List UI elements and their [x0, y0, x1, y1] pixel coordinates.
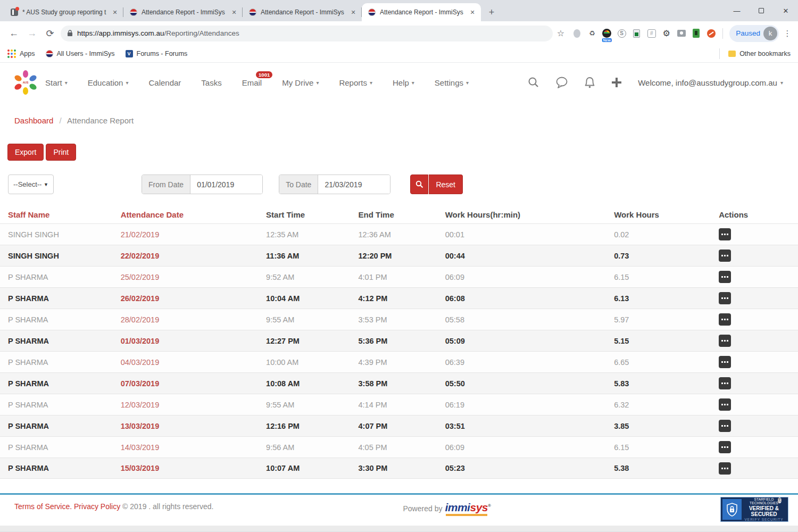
row-actions-button[interactable] [719, 271, 731, 283]
attendance-date-link[interactable]: 21/02/2019 [121, 230, 160, 239]
attendance-date-link[interactable]: 25/02/2019 [121, 273, 160, 281]
sync-paused-button[interactable]: Paused k [729, 25, 779, 42]
row-actions-button[interactable] [719, 398, 731, 411]
restore-button[interactable] [749, 0, 774, 21]
attendance-date-link[interactable]: 15/03/2019 [121, 464, 160, 472]
profile-avatar[interactable]: k [763, 27, 777, 40]
bookmark-star-icon[interactable]: ☆ [557, 28, 564, 38]
docpage-extension-icon[interactable] [631, 28, 642, 38]
attendance-date-link[interactable]: 26/02/2019 [121, 294, 160, 303]
gauge-extension-icon[interactable]: New [602, 28, 612, 38]
menu-item-help[interactable]: Help▾ [393, 78, 414, 87]
menu-item-my-drive[interactable]: My Drive▾ [282, 78, 319, 87]
attendance-date-link[interactable]: 01/03/2019 [121, 337, 160, 345]
menu-item-tasks[interactable]: Tasks [201, 78, 221, 87]
address-bar[interactable]: https://app.immisys.com.au/Reporting/Att… [61, 26, 553, 41]
cell: 6.15 [614, 443, 719, 452]
row-actions-button[interactable] [719, 228, 731, 240]
new-tab-button[interactable]: + [484, 5, 499, 20]
search-filter-button[interactable] [410, 174, 428, 194]
print-button[interactable]: Print [46, 144, 76, 161]
menu-item-email[interactable]: Email1001 [242, 78, 262, 87]
row-actions-button[interactable] [719, 313, 731, 326]
work-hours-cell: 6.32 [614, 401, 629, 409]
cell: 07/03/2019 [121, 379, 266, 388]
bookmark-apps[interactable]: Apps [7, 49, 35, 58]
cell: P SHARMA [8, 464, 121, 472]
row-actions-button[interactable] [719, 292, 731, 304]
egg-extension-icon[interactable] [572, 28, 582, 38]
tab-close-icon[interactable]: ✕ [349, 8, 358, 16]
immisys-logo[interactable]: immisys® [445, 501, 491, 516]
menu-item-calendar[interactable]: Calendar [148, 78, 181, 87]
menu-item-education[interactable]: Education▾ [88, 78, 129, 87]
row-actions-button[interactable] [719, 441, 731, 453]
browser-tab[interactable]: Attendance Report - ImmiSys✕ [362, 3, 481, 21]
bookmark-all-users[interactable]: All Users - ImmiSys [46, 50, 115, 57]
aus-study-group-logo[interactable]: AUS [13, 70, 38, 95]
verified-secured-seal[interactable]: STARFIELD TECHNOLOGIES VERIFIED & SECURE… [720, 497, 788, 522]
row-actions-button[interactable] [719, 250, 731, 262]
chrome-menu-icon[interactable]: ⋮ [782, 29, 793, 38]
add-plus-icon[interactable] [611, 77, 622, 88]
menu-item-reports[interactable]: Reports▾ [339, 78, 372, 87]
search-icon[interactable] [528, 77, 539, 88]
browser-tab[interactable]: * AUS Study group reporting tha✕ [4, 3, 123, 21]
browser-tab[interactable]: Attendance Report - ImmiSys✕ [123, 3, 243, 21]
minimize-button[interactable]: — [725, 0, 749, 21]
bookmark-forums[interactable]: V Forums - Forums [126, 50, 188, 57]
row-actions-button[interactable] [719, 335, 731, 347]
menu-item-settings[interactable]: Settings▾ [435, 78, 469, 87]
from-date-input[interactable] [190, 175, 262, 194]
tab-close-icon[interactable]: ✕ [111, 8, 119, 16]
to-date-input[interactable] [318, 175, 390, 194]
breadcrumb-dashboard-link[interactable]: Dashboard [14, 116, 53, 125]
export-button[interactable]: Export [7, 144, 44, 161]
skype-extension-icon[interactable]: S [617, 28, 627, 38]
work-hours-cell: 6.15 [614, 443, 629, 452]
cell: P SHARMA [8, 273, 121, 281]
chat-icon[interactable] [555, 77, 568, 88]
row-actions-button[interactable] [719, 377, 731, 389]
attendance-date-link[interactable]: 13/03/2019 [121, 422, 160, 430]
cam-extension-icon[interactable] [676, 28, 686, 38]
menu-item-start[interactable]: Start▾ [45, 78, 68, 87]
grid-extension-icon[interactable]: # [646, 28, 656, 38]
notifications-bell-icon[interactable] [584, 77, 595, 89]
row-actions-button[interactable] [719, 356, 731, 368]
attendance-date-link[interactable]: 14/03/2019 [121, 443, 160, 452]
attendance-date-link[interactable]: 04/03/2019 [121, 358, 160, 367]
reload-button[interactable]: ⟳ [43, 26, 57, 41]
actions-cell [719, 250, 790, 262]
reset-button[interactable]: Reset [429, 174, 463, 194]
cell: 5.38 [614, 464, 719, 472]
tab-close-icon[interactable]: ✕ [468, 8, 477, 16]
row-actions-button[interactable] [719, 462, 731, 475]
table-row: P SHARMA28/02/20199:55 AM3:53 PM05:585.9… [0, 309, 798, 330]
other-bookmarks-button[interactable]: Other bookmarks [728, 50, 791, 57]
end-time-cell: 4:12 PM [359, 294, 388, 303]
tab-close-icon[interactable]: ✕ [230, 8, 238, 16]
forward-button[interactable]: → [24, 26, 39, 41]
user-account-dropdown[interactable]: Welcome, info@ausstudygroup.com.au ▾ [638, 78, 783, 87]
cell: 10:00 AM [266, 358, 358, 367]
phone-extension-icon[interactable] [691, 28, 701, 38]
attendance-date-link[interactable]: 22/02/2019 [121, 252, 160, 260]
attendance-date-link[interactable]: 07/03/2019 [121, 379, 160, 388]
start-time-cell: 9:52 AM [266, 273, 294, 281]
end-time-cell: 4:14 PM [359, 401, 387, 409]
table-row: P SHARMA26/02/201910:04 AM4:12 PM06:086.… [0, 287, 798, 309]
cell: 06:19 [445, 401, 614, 409]
back-button[interactable]: ← [6, 26, 21, 41]
recycle-extension-icon[interactable]: ♻ [587, 28, 597, 38]
terms-of-service-link[interactable]: Terms of Service. [14, 502, 72, 511]
browser-tab[interactable]: Attendance Report - ImmiSys✕ [243, 3, 362, 21]
row-actions-button[interactable] [719, 420, 731, 432]
gear-extension-icon[interactable]: ⚙ [661, 28, 671, 38]
attendance-date-link[interactable]: 28/02/2019 [121, 315, 160, 324]
orange-extension-icon[interactable] [706, 28, 716, 38]
close-window-button[interactable]: ✕ [774, 0, 798, 21]
privacy-policy-link[interactable]: Privacy Policy [74, 502, 120, 511]
attendance-date-link[interactable]: 12/03/2019 [121, 401, 160, 409]
staff-select-dropdown[interactable]: --Select-- ▼ [8, 174, 54, 194]
